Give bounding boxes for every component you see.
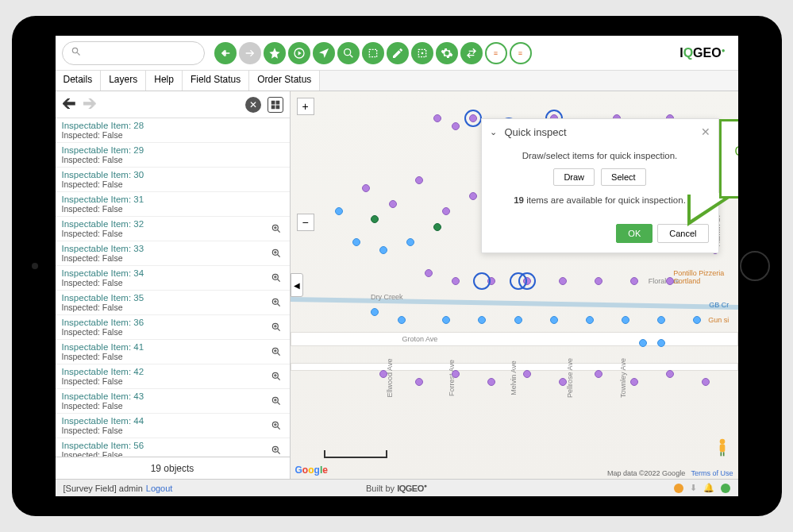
sim-card-2-button[interactable]: ≡ — [510, 42, 532, 64]
list-item[interactable]: Inspectable Item: 29Inspected: False — [56, 143, 290, 168]
sidebar-close-icon[interactable]: ✕ — [245, 97, 261, 113]
cancel-button[interactable]: Cancel — [657, 224, 708, 243]
map-marker[interactable] — [398, 316, 406, 324]
search-input[interactable] — [62, 41, 205, 65]
pegman-icon[interactable] — [714, 438, 730, 458]
item-title: Inspectable Item: 28 — [62, 121, 269, 130]
terms-link[interactable]: Terms of Use — [691, 469, 733, 477]
map-marker[interactable] — [452, 370, 460, 378]
zoom-to-icon[interactable] — [269, 394, 283, 408]
item-title: Inspectable Item: 32 — [62, 219, 269, 229]
edit-button[interactable] — [387, 42, 409, 64]
inspectable-item-list[interactable]: Inspectable Item: 28Inspected: FalseInsp… — [56, 118, 290, 457]
tab-layers[interactable]: Layers — [101, 71, 146, 91]
list-item[interactable]: Inspectable Item: 28Inspected: False — [56, 118, 290, 143]
status-online-icon[interactable] — [721, 484, 730, 493]
map-marker[interactable] — [452, 277, 460, 285]
select-box-button[interactable] — [411, 42, 433, 64]
map-marker[interactable] — [389, 200, 397, 208]
draw-button[interactable]: Draw — [553, 168, 595, 186]
home-button[interactable] — [740, 251, 770, 281]
map-marker[interactable] — [586, 316, 594, 324]
sidebar-forward-icon[interactable]: 🡲 — [83, 96, 97, 113]
zoom-to-icon[interactable] — [269, 320, 283, 334]
footer-user: [Survey Field] admin — [64, 484, 143, 493]
download-icon[interactable]: ⬇ — [690, 483, 697, 493]
zoom-to-icon[interactable] — [269, 443, 283, 457]
list-item[interactable]: Inspectable Item: 33Inspected: False — [56, 241, 290, 266]
settings-button[interactable] — [436, 42, 458, 64]
zoom-to-icon[interactable] — [269, 369, 283, 384]
list-item[interactable]: Inspectable Item: 36Inspected: False — [56, 315, 290, 340]
zoom-to-icon[interactable] — [269, 345, 283, 359]
map-attribution: Map data ©2022 Google Terms of Use — [607, 469, 733, 477]
item-subtitle: Inspected: False — [62, 352, 269, 361]
dialog-close-icon[interactable]: ✕ — [701, 125, 710, 138]
select-rect-button[interactable] — [362, 42, 384, 64]
star-button[interactable] — [264, 42, 286, 64]
list-item[interactable]: Inspectable Item: 41Inspected: False — [56, 340, 290, 364]
svg-rect-24 — [722, 452, 724, 456]
zoom-to-icon[interactable] — [269, 271, 283, 285]
zoom-out-button[interactable]: − — [297, 214, 314, 231]
collapse-sidebar-button[interactable]: ◀ — [291, 273, 303, 297]
back-button[interactable] — [214, 42, 237, 64]
sidebar-back-icon[interactable]: 🡰 — [62, 96, 76, 113]
sim-card-1-button[interactable]: ≡ — [485, 42, 507, 64]
item-subtitle: Inspected: False — [62, 130, 269, 140]
item-title: Inspectable Item: 29 — [62, 145, 269, 155]
svg-rect-22 — [719, 444, 725, 452]
zoom-to-icon[interactable] — [269, 246, 283, 260]
map-marker[interactable] — [622, 316, 629, 324]
quick-inspect-dialog: ⌄ Quick inspect ✕ Draw/select items for … — [481, 118, 719, 253]
list-item[interactable]: Inspectable Item: 30Inspected: False — [56, 168, 290, 192]
logout-link[interactable]: Logout — [146, 484, 173, 493]
tab-help[interactable]: Help — [146, 71, 183, 91]
item-subtitle: Inspected: False — [62, 204, 269, 214]
grid-view-icon[interactable] — [268, 97, 283, 113]
map-marker[interactable] — [657, 316, 665, 324]
bell-icon[interactable]: 🔔 — [703, 483, 714, 493]
brand-logo: IQGEO● — [679, 46, 725, 60]
forward-button[interactable] — [239, 42, 261, 64]
zoom-to-icon[interactable] — [269, 418, 283, 433]
ok-button[interactable]: OK — [616, 224, 652, 243]
map-marker[interactable] — [362, 184, 370, 192]
location-button[interactable] — [313, 42, 335, 64]
zoom-to-icon[interactable] — [269, 295, 283, 310]
list-item[interactable]: Inspectable Item: 32Inspected: False — [56, 217, 290, 241]
zoom-in-button[interactable]: + — [297, 98, 314, 115]
label-forrest: Forrest Ave — [448, 360, 456, 396]
map-area[interactable]: Dry Creek Groton Ave Ellwood Ave Forrest… — [291, 91, 738, 479]
map-marker[interactable] — [452, 122, 460, 130]
list-item[interactable]: Inspectable Item: 31Inspected: False — [56, 192, 290, 217]
map-marker[interactable] — [487, 378, 495, 386]
tab-order-status[interactable]: Order Status — [249, 71, 320, 91]
map-marker[interactable] — [469, 192, 477, 200]
map-marker[interactable] — [559, 378, 567, 386]
item-title: Inspectable Item: 30 — [62, 170, 269, 179]
play-button[interactable] — [288, 42, 310, 64]
zoom-to-icon[interactable] — [269, 222, 283, 236]
map-marker[interactable] — [433, 223, 441, 231]
item-title: Inspectable Item: 44 — [62, 416, 269, 426]
sidebar: 🡰 🡲 ✕ Inspectable Item: 28Inspected: Fal… — [56, 91, 291, 479]
list-item[interactable]: Inspectable Item: 56Inspected: False — [56, 438, 290, 457]
tab-details[interactable]: Details — [56, 71, 102, 91]
swap-button[interactable] — [460, 42, 483, 64]
list-item[interactable]: Inspectable Item: 34Inspected: False — [56, 266, 290, 291]
list-item[interactable]: Inspectable Item: 44Inspected: False — [56, 414, 290, 438]
map-marker[interactable] — [514, 316, 522, 324]
list-item[interactable]: Inspectable Item: 35Inspected: False — [56, 291, 290, 315]
tab-field-status[interactable]: Field Status — [183, 71, 249, 91]
chevron-down-icon[interactable]: ⌄ — [490, 127, 497, 137]
zoom-button[interactable] — [337, 42, 360, 64]
map-marker[interactable] — [550, 316, 558, 324]
list-item[interactable]: Inspectable Item: 42Inspected: False — [56, 364, 290, 389]
item-subtitle: Inspected: False — [62, 179, 269, 189]
item-title: Inspectable Item: 31 — [62, 195, 269, 204]
status-warning-icon[interactable] — [674, 484, 683, 493]
list-item[interactable]: Inspectable Item: 43Inspected: False — [56, 389, 290, 414]
item-subtitle: Inspected: False — [62, 450, 269, 457]
select-button[interactable]: Select — [601, 168, 646, 186]
